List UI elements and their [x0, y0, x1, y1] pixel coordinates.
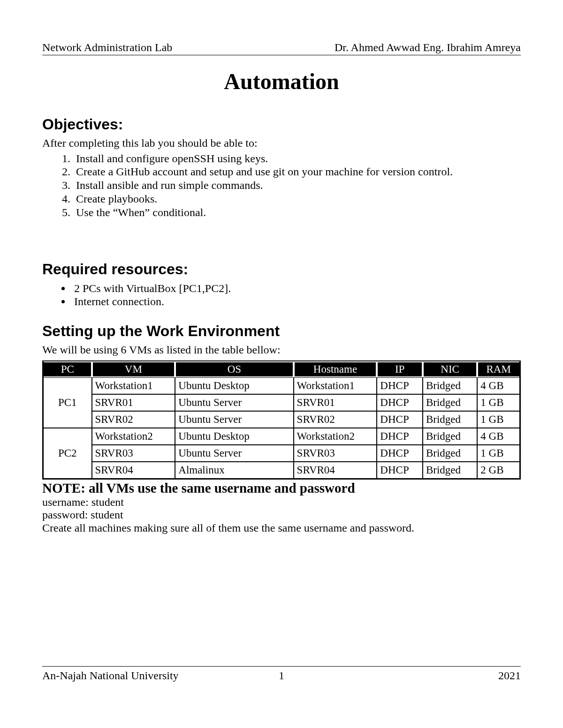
cell-host: SRVR01 — [294, 394, 377, 411]
cell-ram: 4 GB — [477, 377, 520, 394]
table-row: SRVR04 Almalinux SRVR04 DHCP Bridged 2 G… — [43, 462, 520, 479]
list-item: 2 PCs with VirtualBox [PC1,PC2]. — [71, 282, 521, 295]
cell-os: Ubuntu Server — [175, 445, 293, 462]
note-instruction: Create all machines making sure all of t… — [42, 522, 521, 535]
col-vm: VM — [92, 361, 175, 377]
footer-page-number: 1 — [42, 669, 521, 682]
col-os: OS — [175, 361, 293, 377]
list-item: Install ansible and run simple commands. — [73, 179, 521, 192]
table-row: SRVR03 Ubuntu Server SRVR03 DHCP Bridged… — [43, 445, 520, 462]
col-nic: NIC — [423, 361, 477, 377]
cell-host: SRVR02 — [294, 411, 377, 428]
cell-os: Ubuntu Server — [175, 411, 293, 428]
cell-ram: 1 GB — [477, 445, 520, 462]
cell-ip: DHCP — [377, 445, 423, 462]
setup-heading: Setting up the Work Environment — [42, 323, 521, 340]
course-name: Network Administration Lab — [42, 41, 172, 54]
table-row: PC1 Workstation1 Ubuntu Desktop Workstat… — [43, 377, 520, 394]
table-row: SRVR02 Ubuntu Server SRVR02 DHCP Bridged… — [43, 411, 520, 428]
cell-os: Almalinux — [175, 462, 293, 479]
document-page: Network Administration Lab Dr. Ahmed Aww… — [0, 0, 563, 728]
cell-vm: SRVR03 — [92, 445, 175, 462]
cell-host: SRVR03 — [294, 445, 377, 462]
note-password: password: student — [42, 509, 521, 522]
resources-heading: Required resources: — [42, 261, 521, 278]
cell-vm: Workstation1 — [92, 377, 175, 394]
objectives-heading: Objectives: — [42, 116, 521, 133]
objectives-intro: After completing this lab you should be … — [42, 137, 521, 150]
cell-ram: 1 GB — [477, 394, 520, 411]
table-header-row: PC VM OS Hostname IP NIC RAM — [43, 361, 520, 377]
cell-ip: DHCP — [377, 428, 423, 445]
col-hostname: Hostname — [294, 361, 377, 377]
table-row: SRVR01 Ubuntu Server SRVR01 DHCP Bridged… — [43, 394, 520, 411]
cell-ip: DHCP — [377, 394, 423, 411]
setup-intro: We will be using 6 VMs as listed in the … — [42, 344, 521, 357]
cell-vm: SRVR01 — [92, 394, 175, 411]
list-item: Internet connection. — [71, 295, 521, 308]
cell-vm: SRVR02 — [92, 411, 175, 428]
list-item: Create playbooks. — [73, 192, 521, 206]
vm-table: PC VM OS Hostname IP NIC RAM PC1 Worksta… — [42, 360, 521, 480]
cell-nic: Bridged — [423, 411, 477, 428]
cell-os: Ubuntu Desktop — [175, 428, 293, 445]
cell-pc: PC1 — [43, 377, 92, 428]
list-item: Create a GitHub account and setup and us… — [73, 165, 521, 179]
objectives-list: Install and configure openSSH using keys… — [42, 152, 521, 219]
col-ram: RAM — [477, 361, 520, 377]
cell-ram: 4 GB — [477, 428, 520, 445]
cell-os: Ubuntu Desktop — [175, 377, 293, 394]
page-footer: An-Najah National University 1 2021 — [42, 666, 521, 682]
list-item: Use the “When” conditional. — [73, 206, 521, 219]
cell-ram: 2 GB — [477, 462, 520, 479]
page-header: Network Administration Lab Dr. Ahmed Aww… — [42, 41, 521, 55]
cell-host: Workstation1 — [294, 377, 377, 394]
resources-list: 2 PCs with VirtualBox [PC1,PC2]. Interne… — [42, 282, 521, 309]
col-pc: PC — [43, 361, 92, 377]
cell-vm: SRVR04 — [92, 462, 175, 479]
cell-host: SRVR04 — [294, 462, 377, 479]
instructor-names: Dr. Ahmed Awwad Eng. Ibrahim Amreya — [335, 41, 521, 54]
cell-nic: Bridged — [423, 394, 477, 411]
cell-nic: Bridged — [423, 428, 477, 445]
cell-ip: DHCP — [377, 462, 423, 479]
page-title: Automation — [42, 68, 521, 94]
cell-nic: Bridged — [423, 377, 477, 394]
cell-nic: Bridged — [423, 445, 477, 462]
cell-vm: Workstation2 — [92, 428, 175, 445]
cell-ip: DHCP — [377, 377, 423, 394]
cell-nic: Bridged — [423, 462, 477, 479]
cell-pc: PC2 — [43, 428, 92, 479]
list-item: Install and configure openSSH using keys… — [73, 152, 521, 165]
note-username: username: student — [42, 496, 521, 509]
table-row: PC2 Workstation2 Ubuntu Desktop Workstat… — [43, 428, 520, 445]
cell-host: Workstation2 — [294, 428, 377, 445]
cell-ip: DHCP — [377, 411, 423, 428]
col-ip: IP — [377, 361, 423, 377]
note-heading: NOTE: all VMs use the same username and … — [42, 480, 521, 496]
cell-os: Ubuntu Server — [175, 394, 293, 411]
cell-ram: 1 GB — [477, 411, 520, 428]
